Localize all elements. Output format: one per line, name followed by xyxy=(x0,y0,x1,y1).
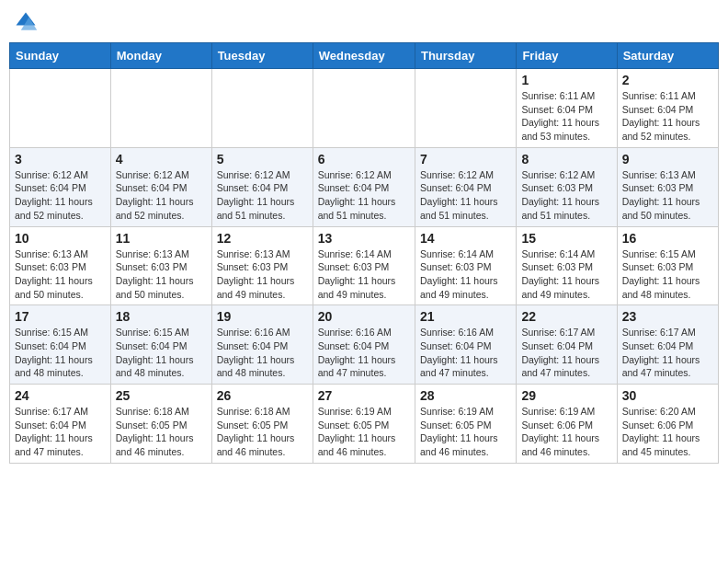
day-info: Sunrise: 6:17 AM Sunset: 6:04 PM Dayligh… xyxy=(622,326,713,380)
day-info: Sunrise: 6:11 AM Sunset: 6:04 PM Dayligh… xyxy=(622,89,713,144)
calendar-cell: 20Sunrise: 6:16 AM Sunset: 6:04 PM Dayli… xyxy=(313,305,415,385)
day-number: 30 xyxy=(622,388,713,403)
day-number: 23 xyxy=(622,309,713,324)
day-info: Sunrise: 6:18 AM Sunset: 6:05 PM Dayligh… xyxy=(217,405,308,459)
calendar-cell: 22Sunrise: 6:17 AM Sunset: 6:04 PM Dayli… xyxy=(517,305,617,385)
calendar-day-header: Monday xyxy=(110,43,211,69)
calendar-week-row: 24Sunrise: 6:17 AM Sunset: 6:04 PM Dayli… xyxy=(10,385,719,464)
day-info: Sunrise: 6:16 AM Sunset: 6:04 PM Dayligh… xyxy=(420,326,511,380)
day-info: Sunrise: 6:16 AM Sunset: 6:04 PM Dayligh… xyxy=(318,326,410,380)
day-number: 5 xyxy=(217,152,308,167)
calendar-cell: 2Sunrise: 6:11 AM Sunset: 6:04 PM Daylig… xyxy=(617,69,718,148)
logo xyxy=(13,9,42,35)
calendar-cell: 5Sunrise: 6:12 AM Sunset: 6:04 PM Daylig… xyxy=(211,147,313,226)
calendar-cell: 18Sunrise: 6:15 AM Sunset: 6:04 PM Dayli… xyxy=(110,305,211,385)
calendar-header-row: SundayMondayTuesdayWednesdayThursdayFrid… xyxy=(10,43,719,69)
calendar-day-header: Thursday xyxy=(415,43,516,69)
calendar-cell: 21Sunrise: 6:16 AM Sunset: 6:04 PM Dayli… xyxy=(415,305,516,385)
day-info: Sunrise: 6:12 AM Sunset: 6:04 PM Dayligh… xyxy=(318,168,410,223)
day-number: 17 xyxy=(15,309,106,324)
calendar-week-row: 10Sunrise: 6:13 AM Sunset: 6:03 PM Dayli… xyxy=(10,226,719,305)
day-number: 15 xyxy=(521,231,611,246)
day-number: 4 xyxy=(116,152,207,167)
calendar-cell: 14Sunrise: 6:14 AM Sunset: 6:03 PM Dayli… xyxy=(415,226,516,305)
day-number: 21 xyxy=(420,309,511,324)
calendar-week-row: 3Sunrise: 6:12 AM Sunset: 6:04 PM Daylig… xyxy=(10,147,719,226)
day-info: Sunrise: 6:15 AM Sunset: 6:03 PM Dayligh… xyxy=(622,247,713,302)
day-number: 18 xyxy=(116,309,207,324)
day-info: Sunrise: 6:18 AM Sunset: 6:05 PM Dayligh… xyxy=(116,405,207,459)
day-info: Sunrise: 6:14 AM Sunset: 6:03 PM Dayligh… xyxy=(521,247,611,302)
calendar-cell: 25Sunrise: 6:18 AM Sunset: 6:05 PM Dayli… xyxy=(110,385,211,464)
day-info: Sunrise: 6:13 AM Sunset: 6:03 PM Dayligh… xyxy=(217,247,308,302)
calendar-cell: 1Sunrise: 6:11 AM Sunset: 6:04 PM Daylig… xyxy=(517,69,617,148)
day-info: Sunrise: 6:15 AM Sunset: 6:04 PM Dayligh… xyxy=(15,326,106,380)
day-info: Sunrise: 6:12 AM Sunset: 6:04 PM Dayligh… xyxy=(116,168,207,223)
calendar-day-header: Saturday xyxy=(617,43,718,69)
logo-icon xyxy=(13,9,39,35)
day-number: 3 xyxy=(15,152,106,167)
calendar-cell: 24Sunrise: 6:17 AM Sunset: 6:04 PM Dayli… xyxy=(10,385,111,464)
day-info: Sunrise: 6:17 AM Sunset: 6:04 PM Dayligh… xyxy=(521,326,611,380)
day-number: 26 xyxy=(217,388,308,403)
calendar-cell: 7Sunrise: 6:12 AM Sunset: 6:04 PM Daylig… xyxy=(415,147,516,226)
day-info: Sunrise: 6:11 AM Sunset: 6:04 PM Dayligh… xyxy=(521,89,611,144)
calendar-cell: 27Sunrise: 6:19 AM Sunset: 6:05 PM Dayli… xyxy=(313,385,415,464)
day-number: 24 xyxy=(15,388,106,403)
calendar-day-header: Friday xyxy=(517,43,617,69)
calendar-cell: 17Sunrise: 6:15 AM Sunset: 6:04 PM Dayli… xyxy=(10,305,111,385)
calendar-cell: 28Sunrise: 6:19 AM Sunset: 6:05 PM Dayli… xyxy=(415,385,516,464)
day-info: Sunrise: 6:13 AM Sunset: 6:03 PM Dayligh… xyxy=(116,247,207,302)
calendar-week-row: 1Sunrise: 6:11 AM Sunset: 6:04 PM Daylig… xyxy=(10,69,719,148)
calendar-cell: 29Sunrise: 6:19 AM Sunset: 6:06 PM Dayli… xyxy=(517,385,617,464)
calendar-cell: 4Sunrise: 6:12 AM Sunset: 6:04 PM Daylig… xyxy=(110,147,211,226)
day-number: 14 xyxy=(420,231,511,246)
day-info: Sunrise: 6:19 AM Sunset: 6:06 PM Dayligh… xyxy=(521,405,611,459)
day-info: Sunrise: 6:16 AM Sunset: 6:04 PM Dayligh… xyxy=(217,326,308,380)
day-number: 11 xyxy=(116,231,207,246)
calendar-day-header: Sunday xyxy=(10,43,111,69)
calendar-cell xyxy=(415,69,516,148)
day-number: 12 xyxy=(217,231,308,246)
day-number: 8 xyxy=(521,152,611,167)
calendar-cell xyxy=(110,69,211,148)
day-info: Sunrise: 6:15 AM Sunset: 6:04 PM Dayligh… xyxy=(116,326,207,380)
calendar-cell: 9Sunrise: 6:13 AM Sunset: 6:03 PM Daylig… xyxy=(617,147,718,226)
calendar-cell xyxy=(313,69,415,148)
day-number: 29 xyxy=(521,388,611,403)
day-number: 19 xyxy=(217,309,308,324)
day-info: Sunrise: 6:14 AM Sunset: 6:03 PM Dayligh… xyxy=(420,247,511,302)
calendar-cell: 23Sunrise: 6:17 AM Sunset: 6:04 PM Dayli… xyxy=(617,305,718,385)
calendar-cell: 16Sunrise: 6:15 AM Sunset: 6:03 PM Dayli… xyxy=(617,226,718,305)
day-info: Sunrise: 6:19 AM Sunset: 6:05 PM Dayligh… xyxy=(318,405,410,459)
day-number: 25 xyxy=(116,388,207,403)
calendar-day-header: Tuesday xyxy=(211,43,313,69)
calendar-cell: 8Sunrise: 6:12 AM Sunset: 6:03 PM Daylig… xyxy=(517,147,617,226)
day-number: 13 xyxy=(318,231,410,246)
calendar-cell: 6Sunrise: 6:12 AM Sunset: 6:04 PM Daylig… xyxy=(313,147,415,226)
day-number: 2 xyxy=(622,73,713,87)
calendar-week-row: 17Sunrise: 6:15 AM Sunset: 6:04 PM Dayli… xyxy=(10,305,719,385)
day-info: Sunrise: 6:19 AM Sunset: 6:05 PM Dayligh… xyxy=(420,405,511,459)
day-info: Sunrise: 6:20 AM Sunset: 6:06 PM Dayligh… xyxy=(622,405,713,459)
calendar-cell: 10Sunrise: 6:13 AM Sunset: 6:03 PM Dayli… xyxy=(10,226,111,305)
day-number: 6 xyxy=(318,152,410,167)
calendar-day-header: Wednesday xyxy=(313,43,415,69)
day-info: Sunrise: 6:12 AM Sunset: 6:04 PM Dayligh… xyxy=(15,168,106,223)
day-info: Sunrise: 6:14 AM Sunset: 6:03 PM Dayligh… xyxy=(318,247,410,302)
calendar-cell: 12Sunrise: 6:13 AM Sunset: 6:03 PM Dayli… xyxy=(211,226,313,305)
day-info: Sunrise: 6:12 AM Sunset: 6:04 PM Dayligh… xyxy=(420,168,511,223)
calendar-cell: 19Sunrise: 6:16 AM Sunset: 6:04 PM Dayli… xyxy=(211,305,313,385)
day-number: 7 xyxy=(420,152,511,167)
calendar-cell: 15Sunrise: 6:14 AM Sunset: 6:03 PM Dayli… xyxy=(517,226,617,305)
day-number: 28 xyxy=(420,388,511,403)
day-info: Sunrise: 6:17 AM Sunset: 6:04 PM Dayligh… xyxy=(15,405,106,459)
day-number: 1 xyxy=(521,73,611,87)
calendar-table: SundayMondayTuesdayWednesdayThursdayFrid… xyxy=(9,42,719,464)
day-info: Sunrise: 6:13 AM Sunset: 6:03 PM Dayligh… xyxy=(622,168,713,223)
calendar-cell: 26Sunrise: 6:18 AM Sunset: 6:05 PM Dayli… xyxy=(211,385,313,464)
day-number: 27 xyxy=(318,388,410,403)
day-number: 16 xyxy=(622,231,713,246)
page-header xyxy=(9,9,719,35)
calendar-cell: 3Sunrise: 6:12 AM Sunset: 6:04 PM Daylig… xyxy=(10,147,111,226)
